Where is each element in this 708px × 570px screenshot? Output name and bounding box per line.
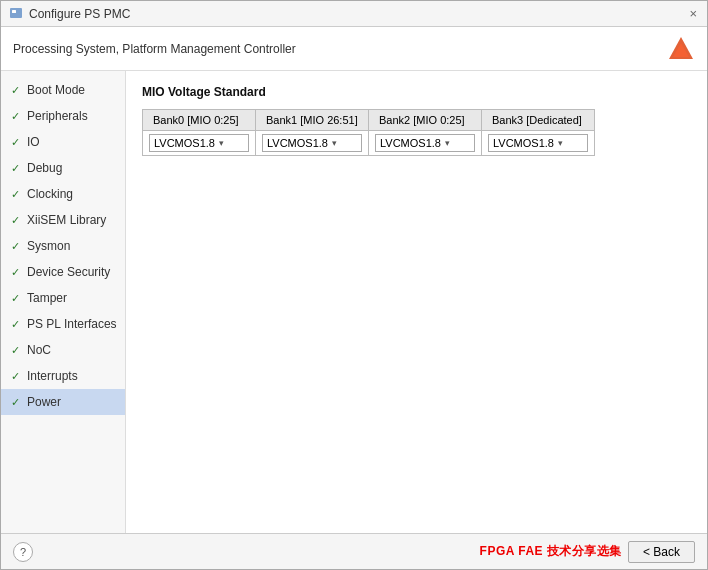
sidebar-label-noc: NoC <box>27 341 51 359</box>
sidebar-item-noc[interactable]: ✓NoC <box>1 337 125 363</box>
bank0-select[interactable]: LVCMOS1.8 ▾ <box>149 134 249 152</box>
bank1-select[interactable]: LVCMOS1.8 ▾ <box>262 134 362 152</box>
col-bank3: Bank3 [Dedicated] <box>482 110 595 131</box>
bank0-value: LVCMOS1.8 <box>154 137 215 149</box>
sidebar-label-ps-pl-interfaces: PS PL Interfaces <box>27 315 117 333</box>
check-icon-noc: ✓ <box>11 342 23 359</box>
check-icon-tamper: ✓ <box>11 290 23 307</box>
bank2-value: LVCMOS1.8 <box>380 137 441 149</box>
sidebar-label-xiisem-library: XiiSEM Library <box>27 211 106 229</box>
bank1-value: LVCMOS1.8 <box>267 137 328 149</box>
sidebar: ✓Boot Mode✓Peripherals✓IO✓Debug✓Clocking… <box>1 71 126 533</box>
sidebar-item-peripherals[interactable]: ✓Peripherals <box>1 103 125 129</box>
bank1-cell: LVCMOS1.8 ▾ <box>256 131 369 156</box>
check-icon-xiisem-library: ✓ <box>11 212 23 229</box>
sidebar-label-device-security: Device Security <box>27 263 110 281</box>
header-bar: Processing System, Platform Management C… <box>1 27 707 71</box>
window-icon <box>9 7 23 21</box>
check-icon-device-security: ✓ <box>11 264 23 281</box>
bank2-arrow-icon: ▾ <box>445 138 470 148</box>
title-bar: Configure PS PMC × <box>1 1 707 27</box>
sidebar-label-interrupts: Interrupts <box>27 367 78 385</box>
check-icon-boot-mode: ✓ <box>11 82 23 99</box>
sidebar-label-power: Power <box>27 393 61 411</box>
check-icon-sysmon: ✓ <box>11 238 23 255</box>
bank2-select[interactable]: LVCMOS1.8 ▾ <box>375 134 475 152</box>
sidebar-item-power[interactable]: ✓Power <box>1 389 125 415</box>
content-area: ✓Boot Mode✓Peripherals✓IO✓Debug✓Clocking… <box>1 71 707 533</box>
check-icon-interrupts: ✓ <box>11 368 23 385</box>
bank3-value: LVCMOS1.8 <box>493 137 554 149</box>
sidebar-label-debug: Debug <box>27 159 62 177</box>
sidebar-item-tamper[interactable]: ✓Tamper <box>1 285 125 311</box>
bank2-cell: LVCMOS1.8 ▾ <box>369 131 482 156</box>
section-title: MIO Voltage Standard <box>142 85 691 99</box>
svg-rect-1 <box>12 10 16 13</box>
footer: ? FPGA FAE 技术分享选集 < Back Next > Finish C… <box>1 533 707 569</box>
voltage-table: Bank0 [MIO 0:25] Bank1 [MIO 26:51] Bank2… <box>142 109 595 156</box>
check-icon-power: ✓ <box>11 394 23 411</box>
check-icon-ps-pl-interfaces: ✓ <box>11 316 23 333</box>
sidebar-item-ps-pl-interfaces[interactable]: ✓PS PL Interfaces <box>1 311 125 337</box>
close-button[interactable]: × <box>687 6 699 21</box>
bank3-select[interactable]: LVCMOS1.8 ▾ <box>488 134 588 152</box>
bank0-cell: LVCMOS1.8 ▾ <box>143 131 256 156</box>
help-button[interactable]: ? <box>13 542 33 562</box>
col-bank1: Bank1 [MIO 26:51] <box>256 110 369 131</box>
sidebar-item-xiisem-library[interactable]: ✓XiiSEM Library <box>1 207 125 233</box>
sidebar-item-io[interactable]: ✓IO <box>1 129 125 155</box>
sidebar-item-interrupts[interactable]: ✓Interrupts <box>1 363 125 389</box>
sidebar-label-sysmon: Sysmon <box>27 237 70 255</box>
check-icon-debug: ✓ <box>11 160 23 177</box>
main-window: Configure PS PMC × Processing System, Pl… <box>0 0 708 570</box>
xilinx-logo-icon <box>667 35 695 63</box>
col-bank2: Bank2 [MIO 0:25] <box>369 110 482 131</box>
window-title: Configure PS PMC <box>29 7 130 21</box>
watermark-text: FPGA FAE 技术分享选集 <box>480 543 622 560</box>
check-icon-clocking: ✓ <box>11 186 23 203</box>
sidebar-label-io: IO <box>27 133 40 151</box>
bank0-arrow-icon: ▾ <box>219 138 244 148</box>
col-bank0: Bank0 [MIO 0:25] <box>143 110 256 131</box>
footer-right: FPGA FAE 技术分享选集 < Back Next > Finish Can… <box>480 541 695 563</box>
bank3-arrow-icon: ▾ <box>558 138 583 148</box>
main-content: MIO Voltage Standard Bank0 [MIO 0:25] Ba… <box>126 71 707 533</box>
back-button[interactable]: < Back <box>628 541 695 563</box>
sidebar-item-debug[interactable]: ✓Debug <box>1 155 125 181</box>
sidebar-item-sysmon[interactable]: ✓Sysmon <box>1 233 125 259</box>
check-icon-peripherals: ✓ <box>11 108 23 125</box>
sidebar-item-device-security[interactable]: ✓Device Security <box>1 259 125 285</box>
bank3-cell: LVCMOS1.8 ▾ <box>482 131 595 156</box>
sidebar-item-clocking[interactable]: ✓Clocking <box>1 181 125 207</box>
bank1-arrow-icon: ▾ <box>332 138 357 148</box>
sidebar-label-boot-mode: Boot Mode <box>27 81 85 99</box>
sidebar-label-tamper: Tamper <box>27 289 67 307</box>
header-title: Processing System, Platform Management C… <box>13 42 296 56</box>
sidebar-label-clocking: Clocking <box>27 185 73 203</box>
title-bar-left: Configure PS PMC <box>9 7 130 21</box>
sidebar-label-peripherals: Peripherals <box>27 107 88 125</box>
svg-rect-0 <box>10 8 22 18</box>
check-icon-io: ✓ <box>11 134 23 151</box>
sidebar-item-boot-mode[interactable]: ✓Boot Mode <box>1 77 125 103</box>
